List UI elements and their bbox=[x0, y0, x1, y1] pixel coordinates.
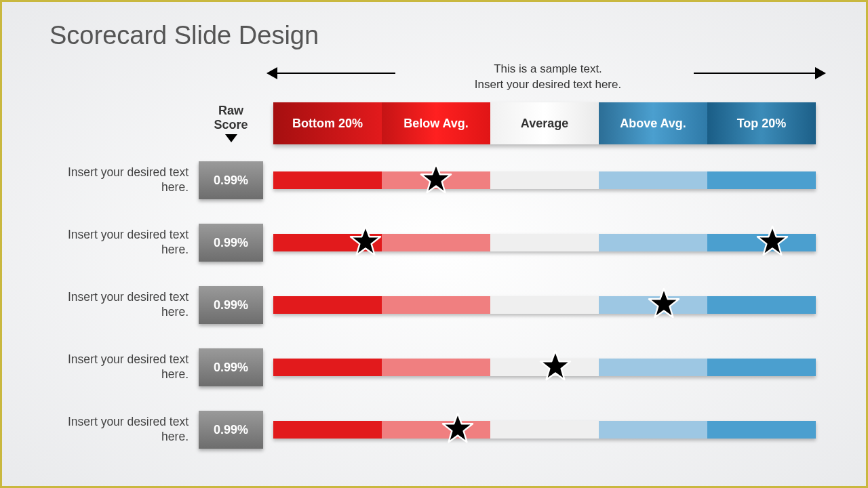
raw-score-header: Raw Score bbox=[199, 104, 263, 142]
scorecard-row: Insert your desired text here.0.99% bbox=[53, 161, 819, 199]
bar-segment-1 bbox=[382, 421, 490, 439]
bar-segment-0 bbox=[273, 359, 382, 376]
scorecard-row: Insert your desired text here.0.99% bbox=[53, 224, 819, 262]
category-header-4: Top 20% bbox=[707, 102, 816, 144]
star-icon bbox=[441, 412, 474, 445]
bar-segment-0 bbox=[273, 296, 382, 314]
score-bar bbox=[273, 421, 816, 439]
star-icon bbox=[756, 225, 789, 258]
bar-segment-2 bbox=[490, 296, 599, 314]
bar-segment-1 bbox=[382, 296, 490, 314]
raw-score-value: 0.99% bbox=[199, 411, 263, 449]
bar-segment-1 bbox=[382, 234, 490, 251]
bar-segment-1 bbox=[382, 359, 490, 376]
bar-segment-0 bbox=[273, 171, 382, 189]
arrow-right-icon bbox=[815, 67, 826, 79]
row-label: Insert your desired text here. bbox=[53, 290, 189, 320]
header-line1: This is a sample text. bbox=[280, 62, 816, 77]
row-label: Insert your desired text here. bbox=[53, 415, 189, 445]
category-header-2: Average bbox=[490, 102, 599, 144]
bar-segment-2 bbox=[490, 171, 599, 189]
raw-score-value: 0.99% bbox=[199, 286, 263, 324]
bar-segment-4 bbox=[707, 359, 816, 376]
star-icon bbox=[648, 287, 680, 320]
row-label: Insert your desired text here. bbox=[53, 352, 189, 382]
category-header-row: Bottom 20%Below Avg.AverageAbove Avg.Top… bbox=[273, 102, 816, 144]
raw-score-value: 0.99% bbox=[199, 224, 263, 262]
slide-title: Scorecard Slide Design bbox=[50, 21, 319, 50]
category-header-3: Above Avg. bbox=[599, 102, 707, 144]
bar-segment-4 bbox=[707, 296, 816, 314]
star-icon bbox=[349, 225, 382, 258]
bar-segment-3 bbox=[599, 421, 707, 439]
bar-segment-0 bbox=[273, 421, 382, 439]
raw-score-value: 0.99% bbox=[199, 161, 263, 199]
header-caption: This is a sample text. Insert your desir… bbox=[280, 62, 816, 93]
bar-segment-4 bbox=[707, 171, 816, 189]
raw-score-label: Raw Score bbox=[214, 104, 248, 131]
header-line2: Insert your desired text here. bbox=[280, 77, 816, 93]
raw-score-value: 0.99% bbox=[199, 348, 263, 386]
star-icon bbox=[420, 163, 452, 195]
row-label: Insert your desired text here. bbox=[53, 228, 189, 258]
scorecard-row: Insert your desired text here.0.99% bbox=[53, 348, 819, 386]
row-label: Insert your desired text here. bbox=[53, 165, 189, 195]
scorecard-row: Insert your desired text here.0.99% bbox=[53, 286, 819, 324]
category-header-0: Bottom 20% bbox=[273, 102, 382, 144]
star-icon bbox=[539, 350, 572, 382]
score-bar bbox=[273, 171, 816, 189]
arrow-line-right bbox=[694, 73, 816, 74]
bar-segment-3 bbox=[599, 234, 707, 251]
scorecard-row: Insert your desired text here.0.99% bbox=[53, 411, 819, 449]
bar-segment-3 bbox=[599, 171, 707, 189]
bar-segment-2 bbox=[490, 234, 599, 251]
chevron-down-icon bbox=[225, 134, 237, 142]
bar-segment-3 bbox=[599, 359, 707, 376]
category-header-1: Below Avg. bbox=[382, 102, 490, 144]
bar-segment-4 bbox=[707, 421, 816, 439]
score-bar bbox=[273, 296, 816, 314]
bar-segment-2 bbox=[490, 421, 599, 439]
